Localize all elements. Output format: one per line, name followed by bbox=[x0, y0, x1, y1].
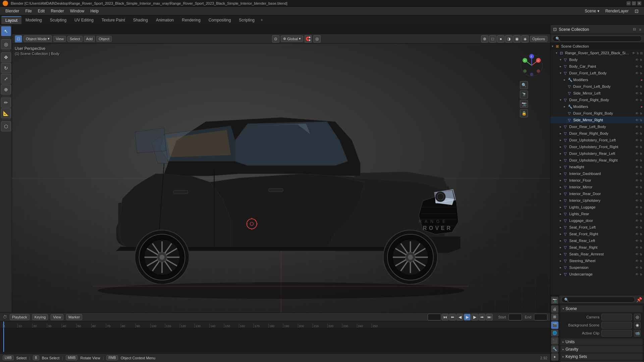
rotate-tool[interactable]: ↻ bbox=[1, 63, 11, 73]
menu-edit[interactable]: Edit bbox=[35, 8, 48, 14]
select-menu[interactable]: Select bbox=[67, 36, 83, 42]
outliner-undercarriage[interactable]: ▸ ▽ Undercarriage 👁🖱 bbox=[550, 271, 644, 278]
outliner-interior-mirror[interactable]: ▸ ▽ Interior_Mirror 👁🖱 bbox=[550, 184, 644, 190]
next-frame-btn[interactable]: ➡ bbox=[479, 314, 485, 320]
scale-tool[interactable]: ⤢ bbox=[1, 74, 11, 84]
add-menu[interactable]: Add bbox=[84, 36, 95, 42]
outliner-seat-rr[interactable]: ▸ ▽ Seat_Rear_Right 👁🖱 bbox=[550, 244, 644, 251]
outliner-door-fr-body[interactable]: ▾ ▽ Door_Front_Right_Body 👁🖱 bbox=[550, 97, 644, 103]
prop-tab-modifier[interactable]: 🔧 bbox=[551, 345, 558, 353]
menu-file[interactable]: File bbox=[22, 8, 34, 14]
outliner-seats-rear-armrest[interactable]: ▸ ▽ Seats_Rear_Armrest 👁🖱 bbox=[550, 251, 644, 257]
gravity-section-header[interactable]: ▸ Gravity bbox=[560, 346, 643, 353]
outliner-side-mirror-right[interactable]: ▽ Side_Mirror_Right 👁🖱 bbox=[550, 117, 644, 123]
outliner-door-upholstery-rr[interactable]: ▸ ▽ Door_Upholstery_Rear_Right 👁🖱 bbox=[550, 157, 644, 164]
zoom-in-btn[interactable]: 🔍 bbox=[520, 81, 528, 89]
outliner-seat-rl[interactable]: ▸ ▽ Seat_Rear_Left 👁🖱 bbox=[550, 237, 644, 244]
outliner-modifiers-fr[interactable]: ▸ 🔧 Modifiers ● bbox=[550, 103, 644, 110]
prop-tab-particles[interactable]: ✦ bbox=[551, 353, 558, 361]
minimize-button[interactable]: ─ bbox=[627, 1, 631, 5]
outliner-luggage-door[interactable]: ▸ ▽ Luggage_door 👁🖱 bbox=[550, 217, 644, 224]
next-keyframe-btn[interactable]: ▶ bbox=[471, 314, 478, 320]
cursor-tool[interactable]: ◎ bbox=[1, 39, 11, 49]
camera-value[interactable] bbox=[601, 314, 632, 320]
render-layer-selector[interactable]: RenderLayer bbox=[603, 8, 631, 14]
end-frame-input[interactable]: 250 bbox=[534, 314, 547, 320]
view-menu[interactable]: View bbox=[53, 36, 66, 42]
current-frame-input[interactable]: 1 bbox=[428, 314, 441, 320]
maximize-button[interactable]: □ bbox=[632, 1, 636, 5]
outliner-door-upholstery-rl[interactable]: ▸ ▽ Door_Upholstery_Rear_Left 👁🖱 bbox=[550, 150, 644, 157]
menu-blender[interactable]: Blender bbox=[3, 8, 22, 14]
rendered-view[interactable]: ◉ bbox=[513, 35, 521, 43]
start-frame-input[interactable]: 1 bbox=[508, 314, 522, 320]
solid-view[interactable]: ● bbox=[497, 35, 504, 43]
tab-uv-editing[interactable]: UV Editing bbox=[70, 16, 98, 24]
prev-frame-btn[interactable]: ⬅ bbox=[449, 314, 456, 320]
outliner-range-rover[interactable]: ▾ ⊡ Range_Rover_Sport_2023_Black_Simple_… bbox=[550, 50, 644, 56]
select-tool[interactable]: ↖ bbox=[1, 26, 11, 36]
outliner-door-upholstery-fr[interactable]: ▸ ▽ Door_Upholstery_Front_Right 👁🖱 bbox=[550, 143, 644, 150]
outliner-door-fr-mesh[interactable]: ▽ Door_Front_Right_Body 👁🖱 bbox=[550, 110, 644, 117]
editor-type-icon[interactable]: ⊡ bbox=[632, 8, 641, 14]
tab-layout[interactable]: Layout bbox=[1, 16, 21, 24]
active-clip-value[interactable] bbox=[601, 330, 632, 337]
outliner-lights-luggage[interactable]: ▸ ▽ Lights_Luggage 👁🖱 bbox=[550, 204, 644, 210]
bg-scene-value[interactable] bbox=[601, 322, 632, 328]
outliner-seat-fr[interactable]: ▸ ▽ Seat_Front_Right 👁🖱 bbox=[550, 231, 644, 237]
window-controls[interactable]: ─ □ ✕ bbox=[627, 1, 641, 5]
outliner-interior-upholstery[interactable]: ▸ ▽ Interior_Upholstery 👁🖱 bbox=[550, 197, 644, 204]
jump-to-end-btn[interactable]: ⏭ bbox=[486, 314, 493, 320]
keying-sets-header[interactable]: ▸ Keying Sets bbox=[560, 353, 643, 360]
outliner-scene-collection[interactable]: ▾ ⊞ Scene Collection bbox=[550, 43, 644, 50]
tab-animation[interactable]: Animation bbox=[152, 16, 178, 24]
annotate-tool[interactable]: ✏ bbox=[1, 98, 11, 108]
outliner-steering-wheel[interactable]: ▸ ▽ Steering_Wheel 👁🖱 bbox=[550, 257, 644, 264]
object-menu[interactable]: Object bbox=[96, 36, 112, 42]
outliner-lights-rear[interactable]: ▸ ▽ Lights_Rear 👁🖱 bbox=[550, 210, 644, 217]
prop-tab-render[interactable]: 📷 bbox=[551, 297, 558, 304]
view-dropdown[interactable]: View bbox=[51, 314, 63, 320]
outliner-side-mirror-left[interactable]: ▽ Side_Mirror_Left 👁🖱 bbox=[550, 90, 644, 97]
outliner-interior-dashboard[interactable]: ▸ ▽ Interior_Dashboard 👁🖱 bbox=[550, 170, 644, 177]
scene-section-header[interactable]: ▾ Scene bbox=[560, 305, 643, 312]
measure-tool[interactable]: 📐 bbox=[1, 108, 11, 118]
snap-toggle[interactable]: 🧲 bbox=[305, 35, 312, 43]
lock-btn[interactable]: 🔒 bbox=[520, 109, 528, 117]
props-pin-icon[interactable]: 📌 bbox=[636, 297, 642, 302]
prop-tab-object[interactable]: ⬛ bbox=[551, 337, 558, 345]
outliner-door-upholstery-fl[interactable]: ▸ ▽ Door_Upholstery_Front_Left 👁🖱 bbox=[550, 137, 644, 143]
object-mode-dropdown[interactable]: Object Mode ▾ bbox=[23, 36, 52, 42]
close-button[interactable]: ✕ bbox=[637, 1, 641, 5]
prop-tab-scene[interactable]: 🎬 bbox=[551, 321, 558, 329]
camera-picker-icon[interactable]: ◎ bbox=[634, 314, 641, 320]
playback-dropdown[interactable]: Playback bbox=[10, 314, 30, 320]
pivot-point-icon[interactable]: ⊙ bbox=[272, 35, 279, 43]
bg-scene-picker-icon[interactable]: ◉ bbox=[634, 322, 641, 328]
marker-dropdown[interactable]: Marker bbox=[66, 314, 82, 320]
material-view[interactable]: ◑ bbox=[505, 35, 513, 43]
outliner-body[interactable]: ▾ ▽ Body 👁 🖱 bbox=[550, 56, 644, 63]
menu-render[interactable]: Render bbox=[48, 8, 66, 14]
props-search-input[interactable] bbox=[561, 297, 635, 303]
prev-keyframe-btn[interactable]: ◀ bbox=[457, 314, 463, 320]
overlay-toggle[interactable]: ⊕ bbox=[481, 35, 488, 43]
menu-help[interactable]: Help bbox=[88, 8, 101, 14]
audio-header[interactable]: ▸ Audio bbox=[560, 361, 643, 362]
keying-dropdown[interactable]: Keying bbox=[32, 314, 48, 320]
tab-modeling[interactable]: Modeling bbox=[21, 16, 46, 24]
xray-toggle[interactable]: □ bbox=[489, 35, 496, 43]
transform-orientation[interactable]: ⊕ Global ▾ bbox=[281, 36, 303, 42]
tab-shading[interactable]: Shading bbox=[129, 16, 152, 24]
prop-tab-world[interactable]: 🌐 bbox=[551, 329, 558, 337]
prop-tab-view-layer[interactable]: ⊞ bbox=[551, 313, 558, 321]
menu-window[interactable]: Window bbox=[67, 8, 87, 14]
tab-compositing[interactable]: Compositing bbox=[205, 16, 235, 24]
outliner-interior-rear-door[interactable]: ▸ ▽ Interior_Rear_Door 👁🖱 bbox=[550, 190, 644, 197]
zoom-out-btn[interactable]: 🔭 bbox=[520, 90, 528, 99]
engine-selector[interactable]: Scene ▾ bbox=[582, 8, 602, 14]
outliner-search-input[interactable] bbox=[552, 36, 642, 42]
move-tool[interactable]: ✥ bbox=[1, 52, 11, 62]
tab-scripting[interactable]: Scripting bbox=[235, 16, 259, 24]
outliner-seat-fl[interactable]: ▸ ▽ Seat_Front_Left 👁🖱 bbox=[550, 224, 644, 231]
